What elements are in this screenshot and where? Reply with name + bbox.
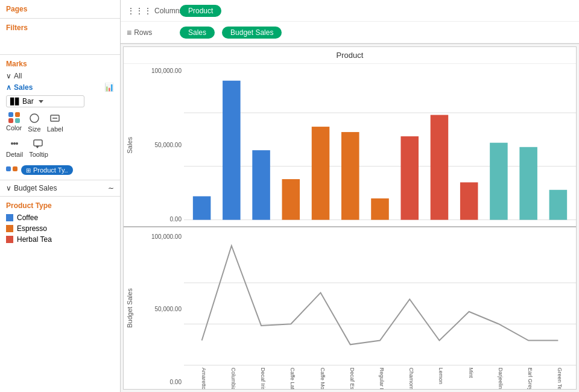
legend-item-espresso: Espresso: [6, 224, 114, 233]
bar-0[interactable]: [193, 196, 211, 220]
filters-section: Filters: [0, 19, 120, 55]
bar-8[interactable]: [431, 115, 449, 220]
tick-50k-bottom: 50,000.00: [155, 306, 182, 312]
x-label-4: Caffe Mocha: [320, 367, 326, 389]
bar-6[interactable]: [371, 198, 389, 220]
product-ty-label: Product Ty..: [33, 166, 68, 174]
x-label-12: Green Tea: [557, 367, 563, 389]
dropdown-arrow-icon: [39, 100, 43, 103]
marks-section: Marks ∨ All ∧ Sales 📊 ▊▊ Bar: [0, 55, 120, 180]
tick-50k-top: 50,000.00: [155, 142, 182, 148]
espresso-label: Espresso: [17, 224, 47, 233]
bar-7[interactable]: [400, 136, 419, 220]
tick-0-bottom: 0.00: [170, 379, 182, 385]
chevron-down-icon: ∨: [6, 184, 11, 192]
x-label-9: Mint: [468, 367, 474, 378]
color-dot-blue: [8, 112, 13, 117]
bar-4[interactable]: [312, 127, 330, 220]
x-label-5: Decaf Espresso: [349, 367, 355, 389]
bars-svg-container: [184, 64, 576, 226]
columns-text: Columns: [154, 7, 183, 15]
bottom-line-chart: Budget Sales 100,000.00 50,000.00 0.00 A…: [124, 227, 576, 390]
size-button[interactable]: Size: [28, 112, 40, 133]
color-label: Color: [6, 124, 22, 131]
marks-title: Marks: [6, 60, 114, 68]
chevron-up-icon: ∧: [6, 83, 11, 92]
rows-icon: ≡: [127, 28, 131, 37]
bar-type-select[interactable]: ▊▊ Bar: [6, 95, 84, 107]
line-chart-svg: AmarettoColumbianDecaf Irish CreamCaffe …: [184, 227, 576, 390]
columns-label: ⋮⋮⋮ Columns: [127, 6, 175, 16]
coffee-label: Coffee: [17, 213, 38, 222]
bar-12[interactable]: [549, 190, 568, 220]
size-label: Size: [28, 125, 40, 133]
rows-label: ≡ Rows: [127, 28, 175, 37]
legend-item-coffee: Coffee: [6, 213, 114, 222]
y-axis-bottom-ticks: 100,000.00 50,000.00 0.00: [136, 227, 184, 390]
svg-point-0: [30, 114, 39, 122]
x-label-7: Chamomile: [408, 367, 414, 389]
bar-11[interactable]: [519, 147, 537, 220]
bar-chart-svg: [184, 64, 576, 226]
label-label: Label: [47, 125, 63, 133]
y-axis-top-ticks: 100,000.00 50,000.00 0.00: [136, 64, 184, 226]
tooltip-button[interactable]: Tooltip: [29, 138, 48, 158]
product-ty-icon: ⊞: [26, 167, 31, 174]
tilde-icon: ∼: [108, 184, 114, 192]
x-label-6: Regular Espresso: [379, 367, 385, 389]
rows-pill-sales[interactable]: Sales: [180, 27, 215, 39]
x-label-3: Caffe Latte: [290, 367, 296, 389]
legend-item-herbal-tea: Herbal Tea: [6, 235, 114, 244]
x-label-11: Earl Grey: [527, 367, 533, 389]
detail-button[interactable]: Detail: [6, 138, 23, 158]
herbal-tea-label: Herbal Tea: [17, 235, 52, 244]
herbal-tea-swatch: [6, 236, 13, 243]
tooltip-label: Tooltip: [29, 151, 48, 158]
product-ty-row: ⊞ Product Ty..: [6, 163, 114, 175]
product-ty-pill[interactable]: ⊞ Product Ty..: [21, 165, 73, 175]
shelf-area: ⋮⋮⋮ Columns Product ≡ Rows Sales Budget …: [121, 0, 579, 44]
bar-2[interactable]: [252, 150, 270, 220]
rows-shelf: ≡ Rows Sales Budget Sales: [121, 22, 579, 43]
svg-point-4: [13, 142, 16, 145]
marks-icons-row2: Detail Tooltip: [6, 138, 114, 158]
product-type-section: Product Type Coffee Espresso Herbal Tea: [0, 197, 120, 251]
product-type-title: Product Type: [6, 201, 114, 210]
rows-text: Rows: [134, 28, 152, 37]
filters-title: Filters: [6, 24, 114, 32]
bar-3[interactable]: [282, 179, 300, 220]
rows-pill-budget-sales[interactable]: Budget Sales: [222, 27, 282, 39]
budget-sales-row[interactable]: ∨ Budget Sales ∼: [0, 180, 120, 197]
bar-chart-icon: 📊: [104, 83, 114, 92]
svg-rect-6: [34, 140, 42, 146]
columns-icon: ⋮⋮⋮: [127, 6, 152, 16]
coffee-swatch: [6, 214, 13, 221]
x-label-0: Amaretto: [201, 367, 207, 389]
budget-sales-label: Budget Sales: [14, 184, 57, 192]
chevron-icon: ∨: [6, 72, 11, 80]
bar-type-row: ▊▊ Bar: [6, 95, 114, 107]
color-dot-red: [8, 118, 13, 123]
marks-sales-label: Sales: [14, 83, 33, 92]
tick-0-top: 0.00: [170, 216, 182, 223]
tooltip-icon: [33, 138, 45, 150]
sidebar: Pages Filters Marks ∨ All ∧ Sales 📊 ▊▊ B…: [0, 0, 121, 392]
color-button[interactable]: Color: [6, 112, 22, 133]
label-button[interactable]: Label: [47, 112, 63, 133]
columns-shelf: ⋮⋮⋮ Columns Product: [121, 0, 579, 22]
label-icon: [49, 112, 61, 124]
bar-5[interactable]: [341, 132, 359, 220]
x-label-2: Decaf Irish Cream: [260, 367, 266, 389]
top-bar-chart: Sales 100,000.00 50,000.00 0.00: [124, 64, 576, 227]
columns-pill[interactable]: Product: [180, 5, 221, 17]
budget-sales-line: [202, 245, 558, 344]
color-dot-teal: [15, 118, 20, 123]
espresso-swatch: [6, 225, 13, 232]
x-label-8: Lemon: [438, 367, 444, 384]
size-icon: [28, 112, 40, 124]
bar-9[interactable]: [460, 182, 478, 220]
bar-10[interactable]: [490, 143, 508, 220]
bar-1[interactable]: [223, 81, 241, 220]
marks-sales-row[interactable]: ∧ Sales 📊: [6, 83, 114, 92]
main-area: ⋮⋮⋮ Columns Product ≡ Rows Sales Budget …: [121, 0, 579, 392]
